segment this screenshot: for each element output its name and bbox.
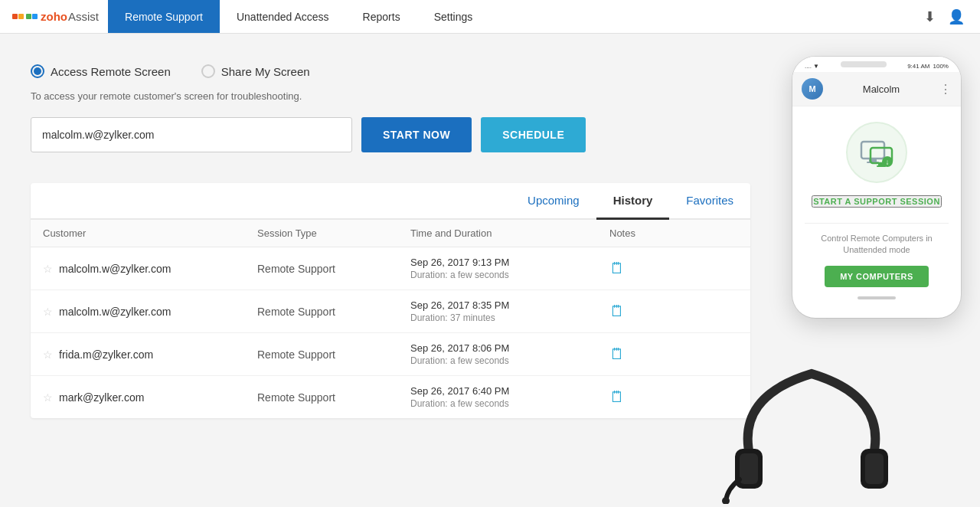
nav-tab-reports[interactable]: Reports: [346, 0, 417, 33]
start-support-session-button[interactable]: START A SUPPORT SESSION: [812, 195, 942, 208]
phone-status-left: .... ▼: [805, 63, 819, 70]
row-time-2: Sep 26, 2017 8:06 PM Duration: a few sec…: [410, 342, 609, 366]
headphone-decoration: [720, 351, 903, 507]
download-icon-button[interactable]: ⬇: [924, 8, 936, 25]
radio-circle-share: [201, 64, 215, 78]
schedule-button[interactable]: SCHEDULE: [481, 117, 586, 152]
radio-share-screen[interactable]: Share My Screen: [201, 64, 310, 78]
row-notes-0[interactable]: 🗒: [609, 260, 686, 277]
phone-menu-dots-icon[interactable]: ⋮: [939, 82, 952, 96]
sessions-container: Upcoming History Favorites Customer Sess…: [31, 183, 750, 418]
svg-rect-1: [740, 453, 758, 484]
radio-group: Access Remote Screen Share My Screen: [31, 64, 750, 78]
radio-access-remote[interactable]: Access Remote Screen: [31, 64, 171, 78]
phone-time: 9:41 AM 100%: [907, 63, 949, 70]
notes-icon-3: 🗒: [609, 388, 625, 405]
tab-upcoming[interactable]: Upcoming: [511, 183, 596, 220]
phone-body: ↓ START A SUPPORT SESSION Control Remote…: [792, 106, 961, 318]
tab-favorites[interactable]: Favorites: [669, 183, 750, 220]
remote-support-icon: ↓: [846, 122, 907, 183]
row-notes-3[interactable]: 🗒: [609, 388, 686, 406]
phone-mockup: .... ▼ 9:41 AM 100% M Malcolm ⋮: [792, 57, 961, 318]
table-row: ☆ mark@zylker.com Remote Support Sep 26,…: [31, 376, 750, 418]
right-panel: .... ▼ 9:41 AM 100% M Malcolm ⋮: [781, 34, 980, 507]
phone-app-header: M Malcolm ⋮: [792, 72, 961, 106]
notes-icon-2: 🗒: [609, 345, 625, 362]
phone-notch: [841, 61, 887, 67]
navbar: zoho Assist Remote Support Unattended Ac…: [0, 0, 980, 34]
nav-tab-unattended-access[interactable]: Unattended Access: [220, 0, 346, 33]
table-row: ☆ malcolm.w@zylker.com Remote Support Se…: [31, 247, 750, 290]
phone-divider: [805, 223, 949, 224]
headphone-svg: [720, 351, 903, 504]
table-header: Customer Session Type Time and Duration …: [31, 220, 750, 247]
nav-tabs: Remote Support Unattended Access Reports…: [108, 0, 489, 33]
row-session-type-2: Remote Support: [257, 348, 410, 361]
star-icon-2[interactable]: ☆: [43, 348, 53, 361]
row-time-0: Sep 26, 2017 9:13 PM Duration: a few sec…: [410, 257, 609, 280]
email-input[interactable]: [31, 117, 352, 152]
remote-icon-inner: ↓: [846, 122, 907, 183]
row-notes-1[interactable]: 🗒: [609, 303, 686, 320]
user-profile-icon-button[interactable]: 👤: [948, 8, 965, 25]
nav-right: ⬇ 👤: [924, 8, 980, 25]
svg-rect-5: [861, 142, 884, 159]
tab-history[interactable]: History: [596, 183, 670, 220]
row-customer-2: ☆ frida.m@zylker.com: [43, 348, 257, 361]
row-time-1: Sep 26, 2017 8:35 PM Duration: 37 minute…: [410, 299, 609, 323]
nav-tab-settings[interactable]: Settings: [417, 0, 490, 33]
main-area: Access Remote Screen Share My Screen To …: [0, 34, 980, 507]
nav-tab-remote-support[interactable]: Remote Support: [108, 0, 220, 33]
radio-circle-access: [31, 64, 44, 78]
content-area: Access Remote Screen Share My Screen To …: [0, 34, 781, 507]
phone-control-subtitle: Control Remote Computers inUnattended mo…: [821, 233, 933, 257]
page-subtitle: To access your remote customer's screen …: [31, 90, 750, 102]
row-notes-2[interactable]: 🗒: [609, 345, 686, 363]
row-customer-0: ☆ malcolm.w@zylker.com: [43, 263, 257, 275]
remote-computers-svg: ↓: [857, 132, 897, 172]
notes-icon-0: 🗒: [609, 260, 625, 276]
star-icon-3[interactable]: ☆: [43, 391, 53, 404]
input-row: START NOW SCHEDULE: [31, 117, 750, 152]
row-session-type-3: Remote Support: [257, 391, 410, 404]
phone-avatar: M: [802, 78, 823, 100]
svg-text:↓: ↓: [886, 158, 890, 166]
start-now-button[interactable]: START NOW: [361, 117, 472, 152]
row-customer-3: ☆ mark@zylker.com: [43, 391, 257, 404]
notes-icon-1: 🗒: [609, 303, 625, 319]
sessions-tabs-row: Upcoming History Favorites: [31, 183, 750, 220]
phone-status-bar: .... ▼ 9:41 AM 100%: [792, 57, 961, 72]
zoho-logo: zoho Assist: [12, 10, 99, 23]
table-row: ☆ malcolm.w@zylker.com Remote Support Se…: [31, 290, 750, 333]
table-row: ☆ frida.m@zylker.com Remote Support Sep …: [31, 333, 750, 376]
phone-home-indicator: [858, 296, 896, 299]
star-icon-1[interactable]: ☆: [43, 306, 53, 318]
row-time-3: Sep 26, 2017 6:40 PM Duration: a few sec…: [410, 385, 609, 409]
svg-rect-3: [865, 453, 884, 484]
phone-username: Malcolm: [863, 83, 900, 95]
logo: zoho Assist: [12, 10, 99, 23]
row-session-type-0: Remote Support: [257, 263, 410, 275]
row-customer-1: ☆ malcolm.w@zylker.com: [43, 306, 257, 318]
my-computers-button[interactable]: MY COMPUTERS: [825, 266, 929, 287]
row-session-type-1: Remote Support: [257, 306, 410, 318]
star-icon-0[interactable]: ☆: [43, 263, 53, 275]
